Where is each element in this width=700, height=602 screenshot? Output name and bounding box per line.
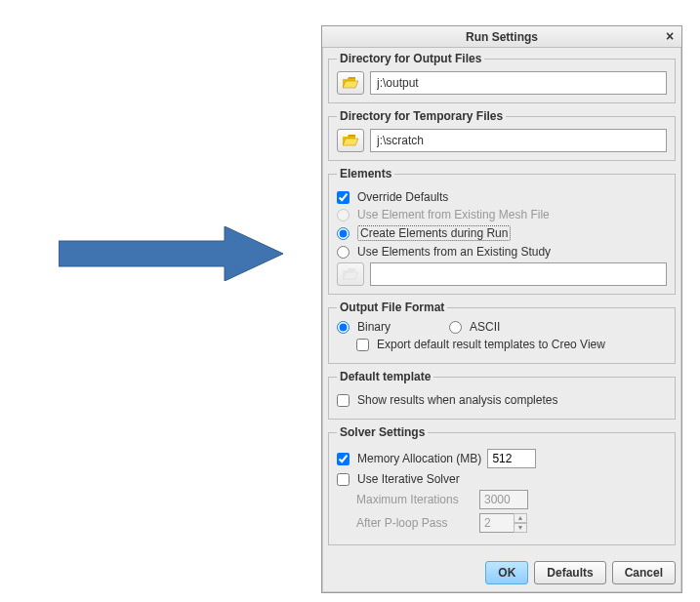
override-defaults-label: Override Defaults (357, 190, 448, 204)
elements-path-input[interactable] (370, 262, 667, 286)
binary-radio[interactable] (337, 321, 350, 334)
memory-allocation-label: Memory Allocation (MB) (357, 452, 481, 465)
svg-marker-0 (59, 226, 283, 281)
spin-down-icon: ▼ (514, 523, 527, 533)
use-existing-study-label: Use Elements from an Existing Study (357, 245, 551, 259)
use-existing-mesh-label: Use Element from Existing Mesh File (357, 208, 550, 221)
max-iterations-label: Maximum Iterations (356, 493, 474, 506)
after-ploop-input (479, 513, 515, 533)
svg-marker-7 (343, 268, 355, 270)
temp-dir-input[interactable] (370, 129, 667, 152)
show-results-checkbox[interactable] (337, 394, 350, 407)
binary-label: Binary (357, 320, 391, 334)
browse-temp-dir-button[interactable] (337, 129, 364, 152)
export-templates-checkbox[interactable] (356, 339, 369, 351)
ascii-radio[interactable] (449, 321, 462, 334)
ok-button[interactable]: OK (485, 561, 528, 584)
export-templates-label: Export default result templates to Creo … (377, 338, 605, 351)
close-icon[interactable]: × (662, 28, 678, 44)
spin-up-icon: ▲ (514, 513, 527, 523)
max-iterations-input (479, 490, 528, 509)
pointer-arrow (59, 226, 283, 281)
browse-output-dir-button[interactable] (337, 71, 364, 95)
memory-allocation-input[interactable] (487, 449, 536, 468)
iterative-solver-label: Use Iterative Solver (357, 472, 460, 486)
folder-open-icon (343, 267, 358, 281)
iterative-solver-checkbox[interactable] (337, 473, 350, 486)
folder-open-icon (343, 76, 358, 90)
output-dir-input[interactable] (370, 71, 667, 95)
folder-open-icon (343, 134, 358, 147)
dialog-titlebar: Run Settings × (322, 26, 681, 48)
temp-dir-legend: Directory for Temporary Files (337, 109, 506, 123)
default-template-group: Default template Show results when analy… (328, 370, 676, 420)
svg-marker-1 (343, 77, 355, 79)
after-ploop-label: After P-loop Pass (356, 516, 474, 530)
svg-marker-9 (343, 272, 358, 279)
output-dir-group: Directory for Output Files (328, 52, 676, 103)
cancel-button[interactable]: Cancel (612, 561, 676, 584)
ascii-label: ASCII (470, 320, 500, 334)
create-during-run-label: Create Elements during Run (357, 225, 511, 241)
dialog-title: Run Settings (466, 30, 538, 44)
override-defaults-checkbox[interactable] (337, 191, 350, 204)
defaults-button[interactable]: Defaults (534, 561, 605, 584)
solver-settings-group: Solver Settings Memory Allocation (MB) U… (328, 425, 676, 545)
browse-elements-path-button (337, 262, 364, 286)
create-during-run-radio[interactable] (337, 227, 350, 240)
output-format-group: Output File Format Binary ASCII Export d… (328, 301, 676, 364)
svg-marker-4 (343, 135, 355, 137)
solver-settings-legend: Solver Settings (337, 425, 428, 439)
svg-marker-6 (343, 139, 358, 145)
run-settings-dialog: Run Settings × Directory for Output File… (321, 25, 682, 593)
show-results-label: Show results when analysis completes (357, 393, 557, 407)
use-existing-study-radio[interactable] (337, 246, 350, 259)
after-ploop-spinner: ▲ ▼ (514, 513, 527, 533)
output-format-legend: Output File Format (337, 301, 447, 314)
temp-dir-group: Directory for Temporary Files (328, 109, 676, 161)
memory-allocation-checkbox[interactable] (337, 453, 350, 465)
output-dir-legend: Directory for Output Files (337, 52, 484, 65)
svg-marker-3 (343, 81, 358, 88)
elements-group: Elements Override Defaults Use Element f… (328, 167, 676, 295)
dialog-button-bar: OK Defaults Cancel (322, 557, 681, 592)
use-existing-mesh-radio (337, 209, 350, 221)
default-template-legend: Default template (337, 370, 433, 383)
elements-legend: Elements (337, 167, 394, 181)
